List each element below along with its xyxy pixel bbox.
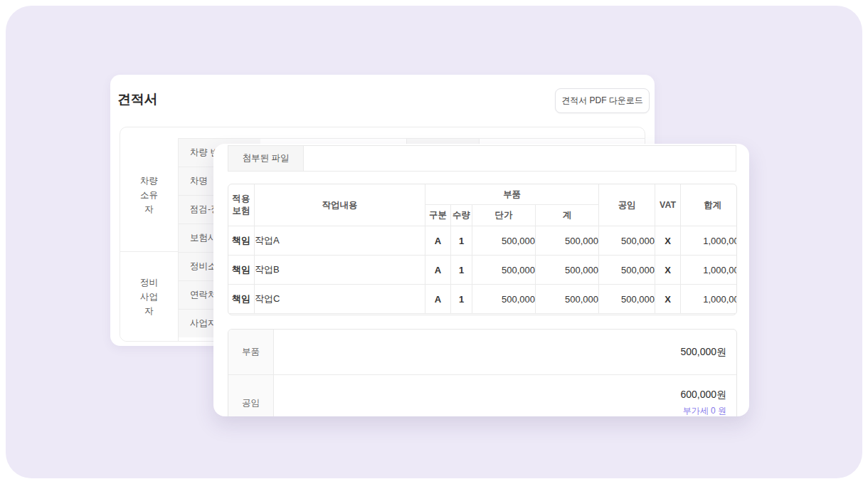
cell-vat: X [655,226,681,256]
attached-file-row: 첨부된 파일 [228,145,736,172]
summary-labor-label: 공임 [228,375,274,416]
cell-insurance: 책임 [228,256,255,285]
cell-part-type: A [425,285,451,314]
cell-part-type: A [425,256,451,285]
work-row-a: 책임 작업A A 1 500,000 500,000 500,000 X 1,0… [228,226,738,256]
cell-unit-price: 500,000 [472,285,536,314]
header-labor: 공임 [599,184,655,226]
header-qty: 수량 [451,205,472,226]
cell-total: 1,000,000 [681,285,737,314]
header-total: 합계 [681,184,737,226]
attached-file-value [304,145,736,172]
group-repair-business: 정비 사업자 [120,252,179,341]
summary-parts-value: 500,000원 [680,346,726,359]
cell-work: 작업B [255,256,425,285]
header-vat: VAT [655,184,681,226]
cell-work: 작업C [255,285,425,314]
header-applied-insurance: 적용 보험 [228,184,255,226]
work-row-c: 책임 작업C A 1 500,000 500,000 500,000 X 1,0… [228,285,738,314]
summary-table: 부품 500,000원 공임 600,000원 부가세 0 원 [228,329,737,416]
cell-vat: X [655,256,681,285]
work-items-table: 적용 보험 작업내용 부품 공임 VAT 합계 구분 수량 단가 계 [228,184,737,315]
summary-row-labor: 공임 600,000원 부가세 0 원 [228,374,736,416]
cell-qty: 1 [451,226,472,256]
header-unit-price: 단가 [472,205,536,226]
cell-total: 1,000,000 [681,226,737,256]
screenshot-stage: 견적서 견적서 PDF 다운로드 차량 소유자 정비 사업자 차량 번호 최근 … [0,0,868,484]
cell-subtotal: 500,000 [536,285,599,314]
attached-file-label: 첨부된 파일 [228,145,304,172]
header-part-type: 구분 [425,205,451,226]
quotation-pdf-download-button[interactable]: 견적서 PDF 다운로드 [555,88,650,113]
cell-subtotal: 500,000 [536,226,599,256]
cell-work: 작업A [255,226,425,256]
cell-vat: X [655,285,681,314]
header-subtotal: 계 [536,205,599,226]
cell-unit-price: 500,000 [472,256,536,285]
work-row-b: 책임 작업B A 1 500,000 500,000 500,000 X 1,0… [228,256,738,285]
cell-qty: 1 [451,285,472,314]
cell-subtotal: 500,000 [536,256,599,285]
cell-insurance: 책임 [228,285,255,314]
cell-unit-price: 500,000 [472,226,536,256]
summary-parts-label: 부품 [228,330,274,374]
page-title: 견적서 [117,90,157,109]
cell-labor: 500,000 [599,285,655,314]
header-parts: 부품 [425,184,599,205]
cell-part-type: A [425,226,451,256]
cell-total: 1,000,000 [681,256,737,285]
cell-insurance: 책임 [228,226,255,256]
cell-qty: 1 [451,256,472,285]
summary-labor-value: 600,000원 [680,389,726,401]
estimate-detail-card: 최근 주행거리 10,000km 첨부된 파일 적용 보험 작업내용 부품 공임 [213,144,749,416]
summary-row-parts: 부품 500,000원 [228,330,736,374]
cell-labor: 500,000 [599,256,655,285]
cell-labor: 500,000 [599,226,655,256]
group-vehicle-owner: 차량 소유자 [120,138,179,252]
header-work-content: 작업내용 [255,184,425,226]
summary-labor-vat: 부가세 0 원 [683,405,726,416]
